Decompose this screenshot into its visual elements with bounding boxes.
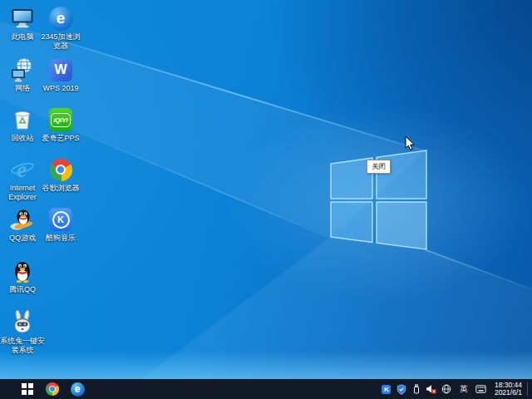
desktop-icon-system-rabbit[interactable]: 系统兔一键安装系统	[3, 309, 42, 354]
kugou-icon: K	[49, 208, 72, 231]
icon-label: 系统兔一键安装系统	[0, 337, 46, 354]
icon-label: 腾讯QQ	[0, 285, 46, 294]
2345-browser-icon: e	[71, 382, 85, 397]
tray-security-button[interactable]	[396, 379, 406, 399]
qq-games-icon	[9, 206, 36, 233]
kugou-tray-icon: K	[382, 385, 391, 394]
desktop-icon-tencent-qq[interactable]: 腾讯QQ	[3, 258, 42, 294]
desktop-icon-recycle-bin[interactable]: 回收站	[3, 106, 42, 143]
icon-label: 2345加速浏览器	[37, 32, 84, 50]
kugou-k-glyph: K	[57, 214, 64, 224]
tray-kugou-button[interactable]: K	[381, 379, 392, 399]
touch-keyboard-icon	[475, 384, 486, 394]
volume-muted-icon	[426, 384, 436, 394]
network-icon	[9, 57, 36, 83]
iqiyi-glyph: iQIYI	[51, 113, 70, 127]
taskbar-2345-browser-button[interactable]: e	[65, 379, 90, 399]
system-rabbit-icon	[9, 309, 36, 336]
clock-date: 2021/6/1	[495, 389, 522, 397]
taskbar-chrome-button[interactable]	[40, 379, 65, 399]
2345-browser-icon: e	[49, 7, 73, 31]
icon-label: 爱奇艺PPS	[37, 134, 84, 143]
mouse-cursor	[405, 135, 416, 151]
network-globe-icon	[441, 384, 451, 394]
show-desktop-button[interactable]	[528, 379, 532, 399]
icon-label: 谷歌浏览器	[37, 184, 84, 193]
this-pc-icon	[9, 5, 36, 32]
browser-e-glyph: e	[75, 383, 81, 395]
touch-keyboard-button[interactable]	[475, 379, 486, 399]
taskbar-clock[interactable]: 18:30:44 2021/6/1	[495, 382, 522, 397]
desktop-icon-internet-explorer[interactable]: e Internet Explorer	[3, 156, 42, 201]
tray-usb-button[interactable]	[411, 379, 421, 399]
tray-network-button[interactable]	[441, 379, 451, 399]
system-tray: K 英	[379, 379, 532, 399]
icon-label: 酷狗音乐	[37, 234, 84, 243]
chrome-icon	[50, 159, 72, 181]
desktop-icon-this-pc[interactable]: 此电脑	[3, 5, 42, 42]
iqiyi-icon: iQIYI	[49, 108, 72, 131]
wps-icon: W	[50, 59, 72, 81]
desktop-icon-network[interactable]: 网络	[3, 57, 42, 93]
internet-explorer-icon: e	[9, 156, 36, 183]
recycle-bin-icon	[9, 106, 36, 133]
desktop-wallpaper: 此电脑 e 2345加速浏览器 网络 W WPS 2019	[0, 0, 532, 379]
tooltip: 关闭	[367, 160, 391, 174]
icon-label: WPS 2019	[37, 84, 84, 93]
svg-text:e: e	[17, 157, 27, 182]
desktop-icon-chrome[interactable]: 谷歌浏览器	[42, 156, 80, 193]
start-button[interactable]	[15, 379, 40, 399]
wps-w-glyph: W	[54, 62, 66, 77]
usb-device-icon	[411, 384, 421, 394]
windows-start-icon	[22, 383, 32, 394]
taskbar: e K	[0, 379, 532, 399]
desktop-icon-wps-2019[interactable]: W WPS 2019	[42, 57, 80, 93]
chrome-icon	[46, 382, 59, 396]
shield-icon	[397, 384, 406, 395]
ime-language-indicator[interactable]: 英	[460, 384, 468, 395]
tray-volume-button[interactable]	[426, 379, 436, 399]
tencent-qq-icon	[9, 258, 36, 284]
desktop-icon-iqiyi-pps[interactable]: iQIYI 爱奇艺PPS	[42, 106, 80, 143]
desktop-icon-kugou-music[interactable]: K 酷狗音乐	[42, 206, 80, 243]
browser-e-glyph: e	[57, 9, 66, 27]
desktop-icon-qq-games[interactable]: QQ游戏	[3, 206, 42, 243]
desktop-icon-2345-browser[interactable]: e 2345加速浏览器	[42, 5, 80, 50]
